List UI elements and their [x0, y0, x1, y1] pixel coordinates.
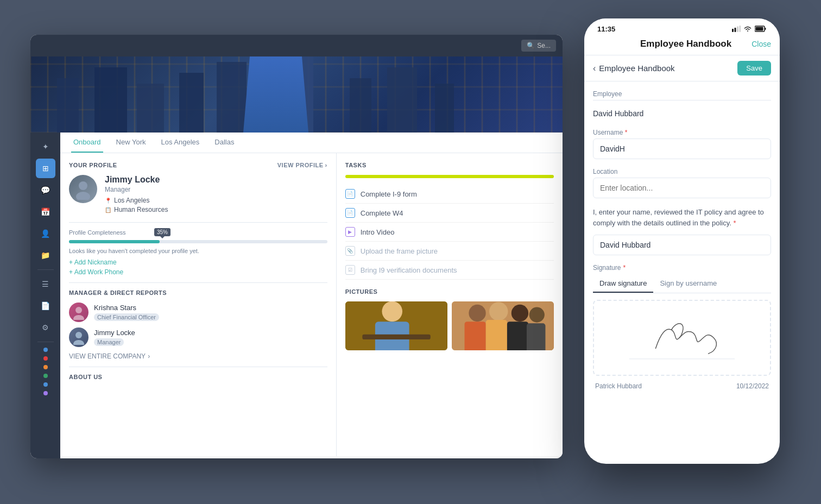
manager-section-title: MANAGER & DIRECT REPORTS — [69, 289, 327, 296]
sidebar-chat[interactable]: 💬 — [36, 180, 55, 200]
about-section-title: ABOUT US — [69, 374, 327, 380]
signature-required-indicator: * — [623, 264, 626, 272]
employee-value: David Hubbard — [593, 107, 771, 120]
sig-date: 10/12/2022 — [736, 382, 769, 390]
save-button[interactable]: Save — [737, 61, 771, 75]
hero-banner — [30, 56, 563, 133]
back-section[interactable]: ‹ Employee Handbook — [593, 64, 675, 73]
sig-tab-username[interactable]: Sign by username — [653, 276, 723, 293]
manager-info-krishna: Krishna Stars Chief Financial Officer — [94, 304, 159, 322]
phone-subheader: ‹ Employee Handbook Save — [584, 55, 780, 81]
sidebar-logo[interactable]: ✦ — [36, 137, 55, 156]
location-input[interactable] — [593, 178, 771, 198]
sidebar-people[interactable]: 👤 — [36, 224, 55, 243]
tab-dallas[interactable]: Dallas — [212, 133, 236, 153]
username-required-indicator: * — [625, 129, 628, 136]
signature-label: Signature * — [593, 264, 771, 272]
svg-point-2 — [75, 307, 82, 313]
svg-rect-18 — [507, 322, 528, 350]
svg-rect-17 — [486, 320, 507, 350]
close-button[interactable]: Close — [751, 40, 771, 48]
task-icon-1: 📄 — [345, 208, 355, 218]
task-item-0: 📄 Complete I-9 form — [345, 185, 554, 204]
policy-required-indicator: * — [733, 219, 736, 227]
phone-title: Employee Handbook — [640, 39, 731, 49]
svg-rect-22 — [737, 26, 738, 32]
pictures-grid — [345, 301, 554, 350]
manager-avatar-krishna — [69, 303, 89, 322]
folder-icon: 📋 — [105, 207, 111, 213]
profile-info: Jimmy Locke Manager 📍 Los Angeles 📋 — [105, 175, 168, 213]
signature-drawing — [594, 301, 770, 375]
sig-name: Patrick Hubbard — [595, 382, 642, 390]
profile-name: Jimmy Locke — [105, 175, 168, 185]
desktop-topbar: 🔍 Se... — [30, 35, 563, 56]
signature-section: Signature * Draw signature Sign by usern… — [593, 264, 771, 390]
search-icon: 🔍 — [527, 42, 535, 49]
add-nickname-link[interactable]: + Add Nickname — [69, 259, 327, 266]
policy-section: I, enter your name, reviewed the IT poli… — [593, 207, 771, 255]
status-time: 11:35 — [597, 25, 615, 33]
svg-rect-19 — [527, 323, 545, 350]
employee-field: Employee David Hubbard — [593, 90, 771, 120]
your-profile-section-title: YOUR PROFILE VIEW PROFILE › — [69, 162, 327, 168]
completeness-section: Profile Completeness 35% Looks like you … — [69, 222, 327, 276]
location-field: Location — [593, 168, 771, 198]
sidebar-home[interactable]: ⊞ — [36, 159, 55, 178]
svg-point-5 — [73, 340, 84, 345]
tab-new-york[interactable]: New York — [114, 133, 148, 153]
add-phone-link[interactable]: + Add Work Phone — [69, 268, 327, 276]
progress-bar-fill — [69, 240, 160, 243]
profile-role: Manager — [105, 186, 168, 193]
svg-point-4 — [75, 332, 82, 338]
about-section: ABOUT US — [69, 367, 327, 380]
desktop-app: 🔍 Se... — [30, 35, 563, 458]
profile-meta: 📍 Los Angeles 📋 Human Resources — [105, 197, 168, 213]
username-label: Username * — [593, 129, 771, 136]
sidebar-dot-blue2 — [43, 382, 48, 387]
svg-point-13 — [489, 302, 508, 320]
phone-header: Employee Handbook Close — [584, 35, 780, 55]
sidebar-dot-green — [43, 374, 48, 378]
sidebar-calendar[interactable]: 📅 — [36, 202, 55, 222]
view-company-link[interactable]: VIEW ENTIRE COMPANY › — [69, 352, 327, 360]
task-item-1: 📄 Complete W4 — [345, 204, 554, 223]
svg-rect-26 — [756, 27, 763, 30]
username-input[interactable] — [593, 138, 771, 159]
signature-box[interactable] — [593, 300, 771, 376]
svg-rect-20 — [732, 29, 734, 32]
search-bar[interactable]: 🔍 Se... — [521, 40, 556, 52]
sidebar: ✦ ⊞ 💬 📅 👤 📁 ☰ 📄 ⚙ — [30, 133, 60, 458]
pictures-section: PICTURES — [345, 288, 554, 350]
manager-item-jimmy: Jimmy Locke Manager — [69, 327, 327, 347]
sidebar-folder[interactable]: 📁 — [36, 245, 55, 265]
manager-section: MANAGER & DIRECT REPORTS — [69, 282, 327, 360]
completeness-label: Profile Completeness — [69, 229, 327, 236]
content-area: Onboard New York Los Angeles Dallas YOUR… — [60, 133, 563, 458]
sidebar-list[interactable]: ☰ — [36, 274, 55, 294]
two-col-layout: YOUR PROFILE VIEW PROFILE › — [60, 153, 563, 456]
profile-card: Jimmy Locke Manager 📍 Los Angeles 📋 — [69, 175, 327, 213]
policy-name-input[interactable] — [593, 235, 771, 255]
chevron-right-icon: › — [148, 352, 150, 360]
employee-divider — [593, 100, 771, 100]
tab-onboard[interactable]: Onboard — [71, 133, 103, 153]
completeness-hint: Looks like you haven't completed your pr… — [69, 248, 327, 254]
task-icon-3: 📎 — [345, 246, 355, 256]
tab-los-angeles[interactable]: Los Angeles — [159, 133, 202, 153]
svg-point-14 — [511, 305, 528, 322]
sig-tab-draw[interactable]: Draw signature — [593, 276, 653, 293]
phone-status-bar: 11:35 — [584, 18, 780, 35]
view-profile-link[interactable]: VIEW PROFILE › — [277, 162, 327, 168]
picture-thumb-1 — [345, 301, 447, 350]
manager-info-jimmy: Jimmy Locke Manager — [94, 329, 135, 346]
svg-point-1 — [76, 192, 90, 200]
task-icon-2: ▶ — [345, 227, 355, 237]
tasks-section: TASKS 📄 Complete I-9 form 📄 Complete W4 — [345, 162, 554, 280]
profile-department: 📋 Human Resources — [105, 206, 168, 213]
sidebar-doc[interactable]: 📄 — [36, 296, 55, 316]
sidebar-settings[interactable]: ⚙ — [36, 318, 55, 337]
sidebar-dot-blue — [43, 348, 48, 352]
signal-icon — [732, 26, 741, 33]
signature-footer: Patrick Hubbard 10/12/2022 — [593, 382, 771, 390]
